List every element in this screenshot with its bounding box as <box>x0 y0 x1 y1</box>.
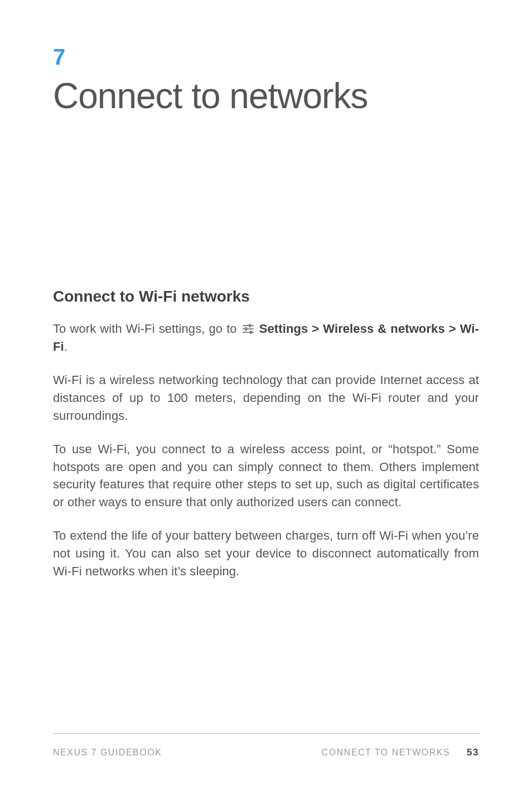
svg-rect-3 <box>245 327 247 331</box>
footer-book-title: NEXUS 7 GUIDEBOOK <box>53 748 162 758</box>
settings-sliders-icon <box>242 322 254 333</box>
footer-right-group: CONNECT TO NETWORKS 53 <box>322 747 479 758</box>
paragraph-1-text-c: . <box>64 340 67 353</box>
document-page: 7 Connect to networks Connect to Wi-Fi n… <box>0 0 532 800</box>
svg-rect-5 <box>250 331 252 334</box>
footer-page-number: 53 <box>467 747 479 758</box>
page-footer: NEXUS 7 GUIDEBOOK CONNECT TO NETWORKS 53 <box>53 733 479 758</box>
footer-section-label: CONNECT TO NETWORKS <box>322 748 450 758</box>
paragraph-4: To extend the life of your battery betwe… <box>53 527 479 580</box>
paragraph-1: To work with Wi-Fi settings, go to Setti… <box>53 320 479 356</box>
footer-divider <box>53 733 479 734</box>
svg-rect-1 <box>249 324 251 327</box>
section-heading: Connect to Wi-Fi networks <box>53 288 479 306</box>
paragraph-1-text-a: To work with Wi-Fi settings, go to <box>53 322 241 336</box>
footer-row: NEXUS 7 GUIDEBOOK CONNECT TO NETWORKS 53 <box>53 747 479 758</box>
paragraph-3: To use Wi-Fi, you connect to a wireless … <box>53 440 479 512</box>
paragraph-2: Wi-Fi is a wireless networking technolog… <box>53 371 479 425</box>
chapter-number: 7 <box>53 45 479 70</box>
chapter-title: Connect to networks <box>53 77 479 115</box>
